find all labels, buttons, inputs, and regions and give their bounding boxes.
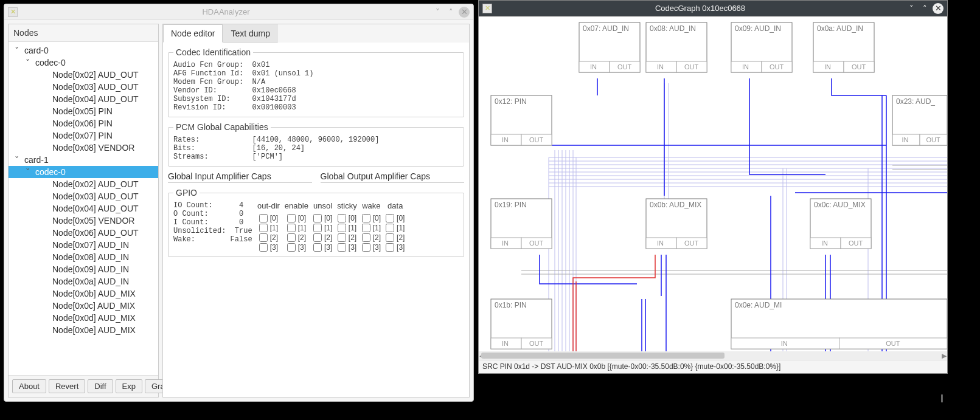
- graph-canvas[interactable]: 0x07: AUD_ININOUT0x08: AUD_ININOUT0x09: …: [479, 16, 947, 351]
- tree-item[interactable]: Node[0x08] VENDOR: [9, 142, 158, 154]
- window-title: HDAAnalyzer: [23, 7, 429, 16]
- gpio-col-header: unsol: [313, 201, 332, 213]
- tree-item[interactable]: ˅card-1: [9, 154, 158, 166]
- gpio-checkbox[interactable]: [362, 224, 370, 232]
- gpio-checkbox[interactable]: [362, 243, 370, 252]
- gpio-checkbox[interactable]: [287, 233, 296, 242]
- svg-text:IN: IN: [657, 239, 664, 247]
- tree-item[interactable]: ˅card-0: [9, 44, 158, 57]
- gpio-checkbox[interactable]: [313, 233, 322, 242]
- graph-node[interactable]: 0x19: PININOUT: [491, 199, 552, 249]
- gpio-checkbox[interactable]: [338, 243, 346, 252]
- tree-item[interactable]: Node[0x07] PIN: [9, 129, 158, 142]
- gpio-checkbox[interactable]: [287, 243, 296, 252]
- gpio-row-label: [2]: [397, 233, 405, 242]
- gpio-checkbox[interactable]: [313, 214, 322, 222]
- revert-button[interactable]: Revert: [49, 379, 85, 393]
- tree-item[interactable]: Node[0x0c] AUD_MIX: [9, 300, 158, 312]
- gpio-checkbox[interactable]: [386, 233, 394, 242]
- gpio-checkbox[interactable]: [386, 224, 394, 232]
- svg-text:OUT: OUT: [529, 340, 544, 347]
- gpio-checkbox[interactable]: [362, 233, 370, 242]
- gpio-checkbox[interactable]: [386, 243, 394, 252]
- tree-item[interactable]: ˅codec-0: [9, 166, 158, 178]
- tab-node-editor[interactable]: Node editor: [163, 24, 223, 43]
- svg-text:0x1b: PIN: 0x1b: PIN: [495, 301, 527, 309]
- maximize-icon[interactable]: ˄: [445, 7, 456, 18]
- graph-node[interactable]: 0x0a: AUD_ININOUT: [813, 22, 874, 72]
- tree-item[interactable]: Node[0x0d] AUD_MIX: [9, 312, 158, 324]
- gpio-col-header: out-dir: [257, 201, 280, 213]
- global-output-amp: Global Output Amplifier Caps: [321, 171, 465, 183]
- svg-text:IN: IN: [742, 63, 749, 71]
- close-icon[interactable]: ✕: [459, 7, 470, 18]
- gpio-row-label: [0]: [349, 214, 356, 222]
- scroll-thumb[interactable]: [481, 353, 725, 359]
- graph-node[interactable]: 0x23: AUD_INOUT: [892, 95, 947, 145]
- gpio-checkbox[interactable]: [338, 214, 346, 222]
- gpio-checkbox[interactable]: [287, 224, 296, 232]
- tree-item[interactable]: ˅codec-0: [9, 57, 158, 69]
- tree-item[interactable]: Node[0x06] AUD_OUT: [9, 227, 158, 239]
- gpio-checkbox[interactable]: [338, 233, 346, 242]
- graph-node[interactable]: 0x1b: PININOUT: [491, 299, 552, 349]
- tree-item[interactable]: Node[0x03] AUD_OUT: [9, 81, 158, 93]
- codec-id-text: Audio Fcn Group: 0x01 AFG Function Id: 0…: [173, 61, 459, 112]
- svg-text:0x0c: AUD_MIX: 0x0c: AUD_MIX: [814, 201, 866, 209]
- tab-text-dump[interactable]: Text dump: [223, 24, 278, 43]
- gpio-checkbox[interactable]: [313, 224, 322, 232]
- tree-item[interactable]: Node[0x0b] AUD_MIX: [9, 287, 158, 300]
- pcm-text: Rates: [44100, 48000, 96000, 192000] Bit…: [173, 136, 459, 161]
- tree-item[interactable]: Node[0x02] AUD_OUT: [9, 178, 158, 190]
- gpio-checkbox[interactable]: [259, 233, 268, 242]
- tree-item[interactable]: Node[0x02] AUD_OUT: [9, 69, 158, 81]
- tree-item[interactable]: Node[0x05] VENDOR: [9, 215, 158, 227]
- graph-node[interactable]: 0x08: AUD_ININOUT: [646, 22, 707, 72]
- svg-text:0x19: PIN: 0x19: PIN: [495, 201, 527, 209]
- tree-item[interactable]: Node[0x07] AUD_IN: [9, 239, 158, 251]
- svg-text:IN: IN: [590, 63, 597, 71]
- graph-node[interactable]: 0x0b: AUD_MIXINOUT: [646, 199, 707, 249]
- tree-item[interactable]: Node[0x05] PIN: [9, 105, 158, 117]
- graph-node[interactable]: 0x07: AUD_ININOUT: [579, 22, 640, 72]
- terminal-area[interactable]: [478, 374, 980, 420]
- tree-item[interactable]: Node[0x03] AUD_OUT: [9, 190, 158, 202]
- diff-button[interactable]: Diff: [88, 379, 113, 393]
- graph-node[interactable]: 0x09: AUD_ININOUT: [731, 22, 792, 72]
- graph-node[interactable]: 0x0c: AUD_MIXINOUT: [810, 199, 871, 249]
- about-button[interactable]: About: [12, 379, 46, 393]
- horizontal-scrollbar[interactable]: ◀ ▶: [479, 351, 947, 360]
- nodes-tree[interactable]: ˅card-0˅codec-0Node[0x02] AUD_OUTNode[0x…: [9, 42, 158, 375]
- graph-node[interactable]: 0x12: PININOUT: [491, 95, 552, 145]
- gpio-checkbox[interactable]: [313, 243, 322, 252]
- tree-item[interactable]: Node[0x08] AUD_IN: [9, 251, 158, 263]
- tree-item[interactable]: Node[0x04] AUD_OUT: [9, 93, 158, 105]
- tree-item[interactable]: Node[0x0a] AUD_IN: [9, 275, 158, 287]
- gpio-row-label: [2]: [298, 233, 306, 242]
- maximize-icon[interactable]: ˄: [919, 3, 930, 14]
- minimize-icon[interactable]: ˅: [906, 3, 917, 14]
- close-icon[interactable]: ✕: [933, 3, 944, 14]
- gpio-checkbox[interactable]: [386, 214, 394, 222]
- tree-item[interactable]: Node[0x09] AUD_IN: [9, 263, 158, 275]
- gpio-checkbox[interactable]: [362, 214, 370, 222]
- minimize-icon[interactable]: ˅: [432, 7, 443, 18]
- gpio-checkbox[interactable]: [259, 214, 268, 222]
- gpio-checkbox[interactable]: [287, 214, 296, 222]
- gpio-checkbox[interactable]: [259, 224, 268, 232]
- gpio-col-header: sticky: [337, 201, 357, 213]
- tree-item[interactable]: Node[0x0e] AUD_MIX: [9, 324, 158, 336]
- nodes-header: Nodes: [9, 24, 158, 42]
- exp-button[interactable]: Exp: [116, 379, 142, 393]
- gpio-checkbox[interactable]: [338, 224, 346, 232]
- gpio-row-label: [2]: [270, 233, 278, 242]
- graph-node[interactable]: 0x0e: AUD_MIINOUT: [731, 299, 947, 349]
- tree-item[interactable]: Node[0x06] PIN: [9, 117, 158, 129]
- titlebar: ✕ CodecGraph 0x10ec0668 ˅ ˄ ✕: [479, 1, 947, 16]
- codec-id-legend: Codec Identification: [173, 47, 253, 57]
- gpio-checkbox[interactable]: [259, 243, 268, 252]
- gpio-row-label: [1]: [349, 224, 356, 232]
- tree-item[interactable]: Node[0x04] AUD_OUT: [9, 202, 158, 215]
- svg-text:OUT: OUT: [684, 239, 699, 247]
- scroll-right-icon[interactable]: ▶: [940, 351, 948, 360]
